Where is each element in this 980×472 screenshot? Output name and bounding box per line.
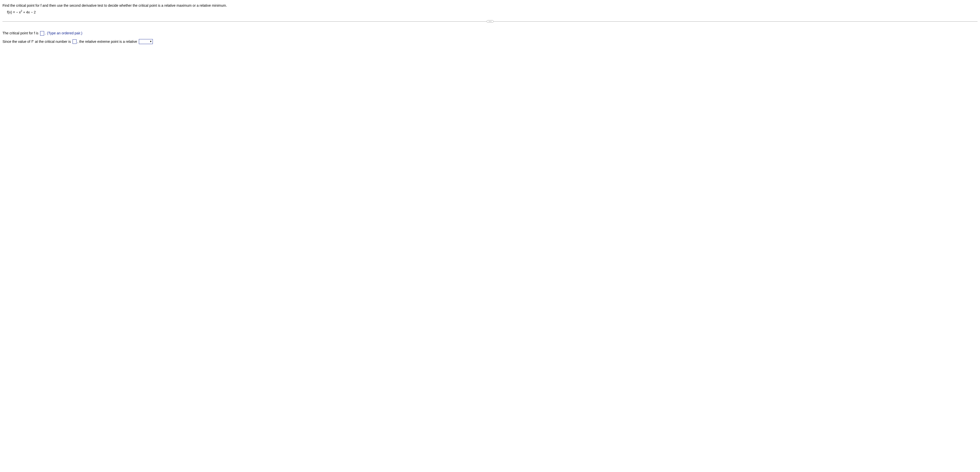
answer1-pre-text: The critical point for f is	[3, 29, 40, 38]
expand-button[interactable]	[487, 20, 494, 23]
section-divider	[3, 20, 977, 23]
ellipsis-icon	[489, 21, 492, 22]
answer2-mid2-text: , the relative extreme point is a relati…	[77, 38, 138, 46]
answer-line-2: Since the value of f′′ at the critical n…	[3, 38, 977, 46]
answer2-pre-text: Since the value of	[3, 38, 31, 46]
formula-suffix: + 4x − 2	[22, 10, 36, 14]
question-prompt: Find the critical point for f and then u…	[3, 3, 977, 8]
answer-area: The critical point for f is . (Type an o…	[3, 28, 977, 47]
question-header: Find the critical point for f and then u…	[3, 3, 977, 19]
formula-prefix: f(x) = − x	[7, 10, 21, 14]
critical-point-input[interactable]	[40, 31, 44, 36]
second-derivative-value-input[interactable]	[73, 40, 76, 44]
answer1-hint: (Type an ordered pair.)	[47, 29, 83, 38]
extreme-type-select[interactable]: ▼	[139, 39, 153, 44]
answer-line-1: The critical point for f is . (Type an o…	[3, 29, 977, 38]
second-derivative-symbol: f′′	[32, 38, 33, 46]
answer1-post-text: .	[45, 29, 47, 38]
chevron-down-icon: ▼	[150, 40, 152, 43]
question-formula: f(x) = − x2 + 4x − 2	[3, 8, 977, 17]
answer2-mid1-text: at the critical number is	[34, 38, 72, 46]
